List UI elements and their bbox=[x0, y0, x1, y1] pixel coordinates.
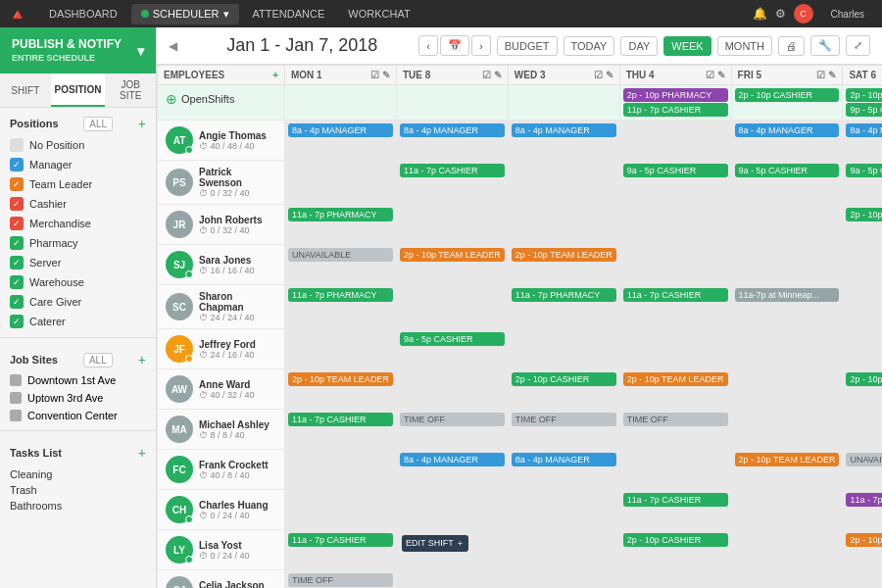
user-avatar[interactable]: C bbox=[794, 4, 813, 24]
calendar-btn[interactable]: 📅 bbox=[440, 35, 469, 56]
nav-scheduler[interactable]: SCHEDULER ▾ bbox=[131, 4, 239, 24]
shift-cell-3-3[interactable]: 2p - 10p TEAM LEADER bbox=[508, 245, 619, 285]
bell-icon[interactable]: 🔔 bbox=[753, 7, 767, 21]
today-btn[interactable]: TODAY bbox=[564, 36, 615, 56]
tab-shift[interactable]: SHIFT bbox=[0, 74, 51, 107]
shift-cell-2-3[interactable] bbox=[508, 205, 619, 245]
edit-icon-4[interactable]: ✎ bbox=[717, 70, 725, 80]
shift-block-4-1[interactable]: 11a - 7p PHARMACY bbox=[288, 288, 393, 302]
shift-block-0-1[interactable]: 8a - 4p MANAGER bbox=[288, 123, 393, 137]
position-checkbox[interactable]: ✓ bbox=[10, 315, 24, 328]
shift-block-10-6[interactable]: 2p - 10p TEAM LEADER bbox=[846, 533, 882, 547]
month-btn[interactable]: MONTH bbox=[717, 36, 772, 56]
shift-block-6-3[interactable]: 2p - 10p CASHIER bbox=[512, 372, 616, 386]
shift-cell-7-4[interactable]: TIME OFF bbox=[619, 410, 731, 450]
shift-block-9-4[interactable]: 11a - 7p CASHIER bbox=[623, 493, 728, 507]
shift-cell-4-1[interactable]: 11a - 7p PHARMACY bbox=[285, 285, 397, 329]
shift-block-4-4[interactable]: 11a - 7p CASHIER bbox=[623, 288, 728, 302]
shift-cell-10-5[interactable] bbox=[731, 530, 843, 570]
shift-cell-8-5[interactable]: 2p - 10p TEAM LEADER bbox=[731, 450, 843, 490]
shift-cell-3-5[interactable] bbox=[731, 245, 843, 285]
shift-block-0-5[interactable]: 8a - 4p MANAGER bbox=[735, 123, 840, 137]
shift-cell-6-3[interactable]: 2p - 10p CASHIER bbox=[508, 369, 619, 410]
position-checkbox[interactable]: ✓ bbox=[10, 275, 24, 289]
shift-cell-8-1[interactable] bbox=[285, 450, 397, 490]
shift-cell-3-2[interactable]: 2p - 10p TEAM LEADER bbox=[396, 245, 508, 285]
job-site-item[interactable]: Uptown 3rd Ave bbox=[0, 389, 156, 407]
shift-block-7-1[interactable]: 11a - 7p CASHIER bbox=[288, 413, 393, 426]
check-icon-2[interactable]: ☑ bbox=[482, 70, 491, 80]
shift-cell-4-3[interactable]: 11a - 7p PHARMACY bbox=[508, 285, 619, 329]
positions-add-btn[interactable]: + bbox=[138, 116, 146, 131]
shift-block-5-2[interactable]: 9a - 5p CASHIER bbox=[400, 332, 505, 346]
position-checkbox[interactable]: ✓ bbox=[10, 236, 24, 250]
shift-cell-0-2[interactable]: 8a - 4p MANAGER bbox=[396, 121, 508, 161]
shift-cell-9-3[interactable] bbox=[508, 490, 619, 530]
shift-cell-3-4[interactable] bbox=[619, 245, 731, 285]
shift-block-10-1[interactable]: 11a - 7p CASHIER bbox=[288, 533, 393, 547]
shift-cell-8-2[interactable]: 8a - 4p MANAGER bbox=[396, 450, 508, 490]
check-icon-3[interactable]: ☑ bbox=[594, 70, 603, 80]
shift-cell-0-1[interactable]: 8a - 4p MANAGER bbox=[285, 121, 397, 161]
day-header-SAT 6[interactable]: SAT 6☑✎ bbox=[843, 66, 882, 85]
gear-icon[interactable]: ⚙ bbox=[775, 7, 786, 21]
check-icon-4[interactable]: ☑ bbox=[706, 70, 714, 80]
nav-attendance[interactable]: ATTENDANCE bbox=[243, 4, 335, 24]
shift-cell-2-2[interactable] bbox=[396, 205, 508, 245]
shift-block-10-4[interactable]: 2p - 10p CASHIER bbox=[623, 533, 728, 547]
shift-cell-9-6[interactable]: 11a - 7p PHARMACY bbox=[843, 490, 882, 530]
tab-position[interactable]: POSITION bbox=[51, 74, 106, 107]
settings-btn[interactable]: 🔧 bbox=[810, 35, 840, 56]
shift-cell-8-4[interactable] bbox=[619, 450, 731, 490]
shift-cell-5-2[interactable]: 9a - 5p CASHIER bbox=[396, 329, 508, 369]
shift-cell-9-4[interactable]: 11a - 7p CASHIER bbox=[619, 490, 731, 530]
shift-cell-0-4[interactable] bbox=[619, 121, 731, 161]
jobsites-add-btn[interactable]: + bbox=[138, 352, 146, 368]
shift-cell-11-3[interactable] bbox=[508, 570, 619, 589]
shift-cell-10-3[interactable] bbox=[508, 530, 619, 570]
position-checkbox[interactable]: ✓ bbox=[10, 295, 24, 309]
shift-cell-2-5[interactable] bbox=[731, 205, 843, 245]
check-icon-5[interactable]: ☑ bbox=[816, 70, 825, 80]
job-site-item[interactable]: Convention Center bbox=[0, 407, 156, 424]
shift-block-4-5[interactable]: 11a-7p at Minneap... bbox=[735, 288, 840, 302]
shift-cell-11-2[interactable] bbox=[396, 570, 508, 589]
position-checkbox[interactable]: ✓ bbox=[10, 217, 24, 230]
shift-cell-2-6[interactable]: 2p - 10p CASHIER bbox=[843, 205, 882, 245]
shift-cell-9-2[interactable] bbox=[396, 490, 508, 530]
shift-cell-6-6[interactable]: 2p - 10p CASHIER bbox=[843, 369, 882, 410]
shift-block-9-6[interactable]: 11a - 7p PHARMACY bbox=[846, 493, 882, 507]
shift-cell-0-6[interactable]: 8a - 4p MANAGER bbox=[843, 121, 882, 161]
add-employee-btn[interactable]: + bbox=[272, 70, 278, 80]
position-item[interactable]: ✓ Warehouse bbox=[0, 272, 156, 292]
check-icon-1[interactable]: ☑ bbox=[370, 70, 379, 80]
shift-cell-1-1[interactable] bbox=[285, 161, 397, 205]
shift-block-1-6[interactable]: 9a - 5p CASHIER bbox=[846, 164, 882, 177]
day-header-WED 3[interactable]: WED 3☑✎ bbox=[508, 66, 619, 85]
position-item[interactable]: ✓ Team Leader bbox=[0, 174, 156, 194]
task-item[interactable]: Trash bbox=[10, 482, 146, 498]
shift-cell-6-1[interactable]: 2p - 10p TEAM LEADER bbox=[285, 369, 397, 410]
shift-block-3-2[interactable]: 2p - 10p TEAM LEADER bbox=[400, 248, 505, 262]
shift-block-6-1[interactable]: 2p - 10p TEAM LEADER bbox=[288, 372, 393, 386]
shift-block-1-5[interactable]: 9a - 5p CASHIER bbox=[735, 164, 840, 177]
open-shift-cashier2[interactable]: 11p - 7p CASHIER bbox=[623, 103, 728, 117]
budget-btn[interactable]: BUDGET bbox=[497, 36, 558, 56]
open-shifts-icon[interactable]: ⊕ bbox=[166, 91, 177, 107]
shift-cell-5-5[interactable] bbox=[731, 329, 843, 369]
user-name[interactable]: Charles bbox=[821, 5, 874, 24]
shift-cell-0-3[interactable]: 8a - 4p MANAGER bbox=[508, 121, 619, 161]
position-checkbox[interactable] bbox=[10, 138, 24, 152]
shift-block-8-2[interactable]: 8a - 4p MANAGER bbox=[400, 453, 505, 466]
edit-icon-2[interactable]: ✎ bbox=[494, 70, 502, 80]
day-header-TUE 8[interactable]: TUE 8☑✎ bbox=[396, 66, 508, 85]
shift-cell-1-5[interactable]: 9a - 5p CASHIER bbox=[731, 161, 843, 205]
shift-cell-5-1[interactable] bbox=[285, 329, 397, 369]
open-shift-pharmacy[interactable]: 2p - 10p PHARMACY bbox=[623, 88, 728, 102]
shift-cell-7-1[interactable]: 11a - 7p CASHIER bbox=[285, 410, 397, 450]
shift-cell-7-5[interactable] bbox=[731, 410, 843, 450]
position-item[interactable]: ✓ Cashier bbox=[0, 194, 156, 214]
shift-cell-9-1[interactable] bbox=[285, 490, 397, 530]
position-item[interactable]: ✓ Pharmacy bbox=[0, 233, 156, 253]
task-item[interactable]: Bathrooms bbox=[10, 498, 146, 514]
